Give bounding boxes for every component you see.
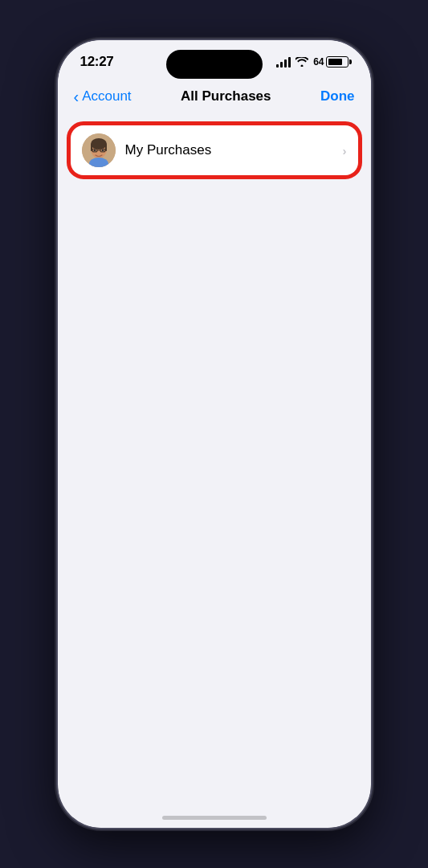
battery-icon: 64 <box>313 56 348 68</box>
phone-frame: 12:27 64 <box>58 40 371 828</box>
nav-bar: ‹ Account All Purchases Done <box>58 79 371 113</box>
svg-point-2 <box>91 138 107 149</box>
content-area: My Purchases › <box>58 113 371 816</box>
status-time: 12:27 <box>80 54 114 70</box>
screen: 12:27 64 <box>58 40 371 828</box>
battery-percentage: 64 <box>313 56 324 68</box>
my-purchases-label: My Purchases <box>125 142 333 158</box>
svg-point-10 <box>93 149 96 152</box>
back-label: Account <box>82 88 131 104</box>
svg-point-11 <box>101 149 104 152</box>
status-icons: 64 <box>276 56 348 68</box>
avatar <box>82 133 116 167</box>
wifi-icon <box>296 57 308 67</box>
home-bar <box>162 816 267 820</box>
done-button[interactable]: Done <box>320 88 355 104</box>
battery-body <box>326 56 349 68</box>
chevron-right-icon: › <box>343 144 347 158</box>
back-button[interactable]: ‹ Account <box>74 88 132 104</box>
battery-fill <box>328 59 343 65</box>
my-purchases-row[interactable]: My Purchases › <box>71 125 358 175</box>
back-chevron-icon: ‹ <box>74 88 79 104</box>
signal-bars-icon <box>276 56 291 68</box>
home-indicator <box>58 816 371 828</box>
dynamic-island <box>166 50 263 79</box>
list-section: My Purchases › <box>58 125 371 175</box>
page-title: All Purchases <box>181 88 271 104</box>
